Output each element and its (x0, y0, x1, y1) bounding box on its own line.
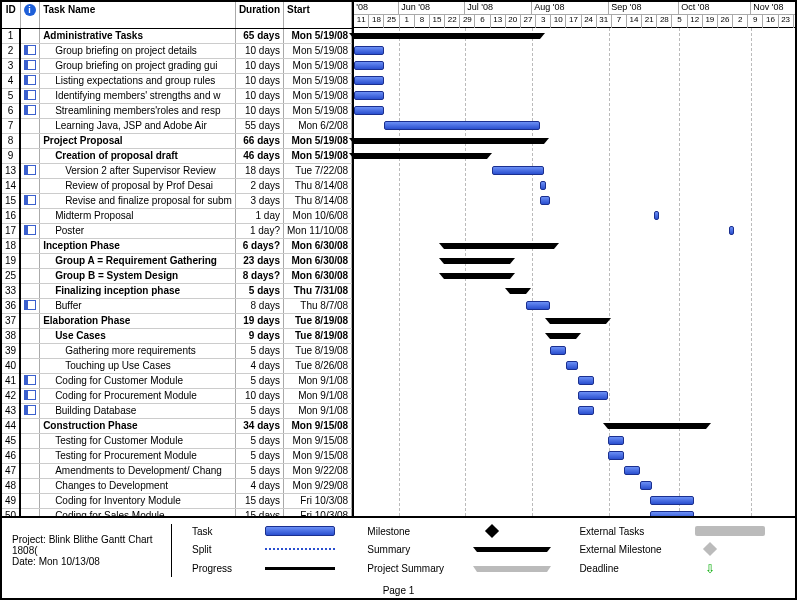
table-row[interactable]: 1Administrative Tasks65 daysMon 5/19/08 (2, 28, 352, 43)
task-bar[interactable] (540, 196, 550, 205)
table-row[interactable]: 3Group briefing on project grading gui10… (2, 58, 352, 73)
row-task-name: Streamlining members'roles and resp (40, 103, 236, 118)
table-row[interactable]: 44Construction Phase34 daysMon 9/15/08 (2, 418, 352, 433)
summary-bar[interactable] (444, 243, 554, 249)
summary-bar[interactable] (354, 153, 487, 159)
table-row[interactable]: 14Review of proposal by Prof Desai2 days… (2, 178, 352, 193)
table-row[interactable]: 48Changes to Development4 daysMon 9/29/0… (2, 478, 352, 493)
table-row[interactable]: 18Inception Phase6 days?Mon 6/30/08 (2, 238, 352, 253)
task-bar[interactable] (654, 211, 659, 220)
row-id: 16 (2, 208, 20, 223)
summary-bar[interactable] (354, 138, 544, 144)
timeline-header: '08Jun '08Jul '08Aug '08Sep '08Oct '08No… (354, 2, 795, 28)
table-row[interactable]: 45Testing for Customer Module5 daysMon 9… (2, 433, 352, 448)
row-indicator (20, 163, 40, 178)
task-bar[interactable] (566, 361, 578, 370)
task-bar[interactable] (578, 406, 594, 415)
task-bar[interactable] (354, 46, 384, 55)
note-icon (24, 75, 36, 85)
task-bar[interactable] (526, 301, 550, 310)
table-row[interactable]: 46Testing for Procurement Module5 daysMo… (2, 448, 352, 463)
table-row[interactable]: 2Group briefing on project details10 day… (2, 43, 352, 58)
task-bar[interactable] (354, 61, 384, 70)
task-bar[interactable] (650, 496, 694, 505)
row-start: Tue 8/19/08 (284, 343, 352, 358)
table-row[interactable]: 19Group A = Requirement Gathering23 days… (2, 253, 352, 268)
table-row[interactable]: 7Learning Java, JSP and Adobe Air55 days… (2, 118, 352, 133)
table-row[interactable]: 36Buffer8 daysThu 8/7/08 (2, 298, 352, 313)
col-duration[interactable]: Duration (235, 2, 283, 28)
summary-bar[interactable] (608, 423, 706, 429)
row-duration: 9 days (235, 328, 283, 343)
table-row[interactable]: 13Version 2 after Supervisor Review18 da… (2, 163, 352, 178)
gantt-chart-body[interactable] (354, 28, 795, 516)
task-bar[interactable] (608, 451, 624, 460)
row-task-name: Gathering more requirements (40, 343, 236, 358)
task-bar[interactable] (354, 106, 384, 115)
col-task-name[interactable]: Task Name (40, 2, 236, 28)
row-duration: 55 days (235, 118, 283, 133)
row-duration: 4 days (235, 478, 283, 493)
row-id: 15 (2, 193, 20, 208)
table-row[interactable]: 43Building Database5 daysMon 9/1/08 (2, 403, 352, 418)
summary-bar[interactable] (550, 333, 576, 339)
summary-bar[interactable] (354, 33, 540, 39)
table-row[interactable]: 40Touching up Use Cases4 daysTue 8/26/08 (2, 358, 352, 373)
summary-bar[interactable] (510, 288, 526, 294)
table-row[interactable]: 49Coding for Inventory Module15 daysFri … (2, 493, 352, 508)
summary-bar[interactable] (444, 258, 510, 264)
table-row[interactable]: 4Listing expectations and group rules10 … (2, 73, 352, 88)
task-bar[interactable] (650, 511, 694, 516)
summary-bar[interactable] (550, 318, 606, 324)
col-start[interactable]: Start (284, 2, 352, 28)
legend-summary-swatch (477, 547, 547, 552)
table-row[interactable]: 6Streamlining members'roles and resp10 d… (2, 103, 352, 118)
task-bar[interactable] (354, 91, 384, 100)
row-duration: 5 days (235, 283, 283, 298)
day-label: 7 (612, 15, 627, 28)
task-bar[interactable] (550, 346, 566, 355)
task-bar[interactable] (578, 376, 594, 385)
row-duration: 5 days (235, 403, 283, 418)
task-bar[interactable] (608, 436, 624, 445)
day-label: 21 (642, 15, 657, 28)
summary-bar[interactable] (444, 273, 510, 279)
row-id: 41 (2, 373, 20, 388)
table-row[interactable]: 42Coding for Procurement Module10 daysMo… (2, 388, 352, 403)
table-row[interactable]: 47Amendments to Development/ Chang5 days… (2, 463, 352, 478)
table-row[interactable]: 5Identifying members' strengths and w10 … (2, 88, 352, 103)
legend-milestone-swatch (485, 524, 499, 538)
task-bar[interactable] (640, 481, 652, 490)
col-id[interactable]: ID (2, 2, 20, 28)
row-duration: 65 days (235, 28, 283, 43)
row-indicator (20, 403, 40, 418)
task-bar[interactable] (624, 466, 640, 475)
table-row[interactable]: 38Use Cases9 daysTue 8/19/08 (2, 328, 352, 343)
task-bar[interactable] (540, 181, 546, 190)
table-row[interactable]: 37Elaboration Phase19 daysTue 8/19/08 (2, 313, 352, 328)
row-start: Thu 8/14/08 (284, 193, 352, 208)
table-row[interactable]: 16Midterm Proposal1 dayMon 10/6/08 (2, 208, 352, 223)
table-row[interactable]: 15Revise and finalize proposal for subm3… (2, 193, 352, 208)
task-bar[interactable] (729, 226, 734, 235)
task-bar[interactable] (384, 121, 540, 130)
table-row[interactable]: 8Project Proposal66 daysMon 5/19/08 (2, 133, 352, 148)
task-bar[interactable] (578, 391, 608, 400)
grid-line (399, 28, 400, 516)
table-row[interactable]: 33Finalizing inception phase5 daysThu 7/… (2, 283, 352, 298)
table-row[interactable]: 9Creation of proposal draft46 daysMon 5/… (2, 148, 352, 163)
table-row[interactable]: 39Gathering more requirements5 daysTue 8… (2, 343, 352, 358)
col-indicator[interactable]: i (20, 2, 40, 28)
table-row[interactable]: 41Coding for Customer Module5 daysMon 9/… (2, 373, 352, 388)
row-id: 2 (2, 43, 20, 58)
table-row[interactable]: 17Poster1 day?Mon 11/10/08 (2, 223, 352, 238)
task-bar[interactable] (354, 76, 384, 85)
row-duration: 10 days (235, 388, 283, 403)
row-indicator (20, 208, 40, 223)
table-row[interactable]: 50Coding for Sales Module15 daysFri 10/3… (2, 508, 352, 516)
task-bar[interactable] (492, 166, 544, 175)
legend-split-label: Split (192, 544, 253, 555)
day-label: 18 (369, 15, 384, 28)
legend-project-info: Project: Blink Blithe Gantt Chart 1808( … (12, 524, 172, 577)
table-row[interactable]: 25Group B = System Design8 days?Mon 6/30… (2, 268, 352, 283)
